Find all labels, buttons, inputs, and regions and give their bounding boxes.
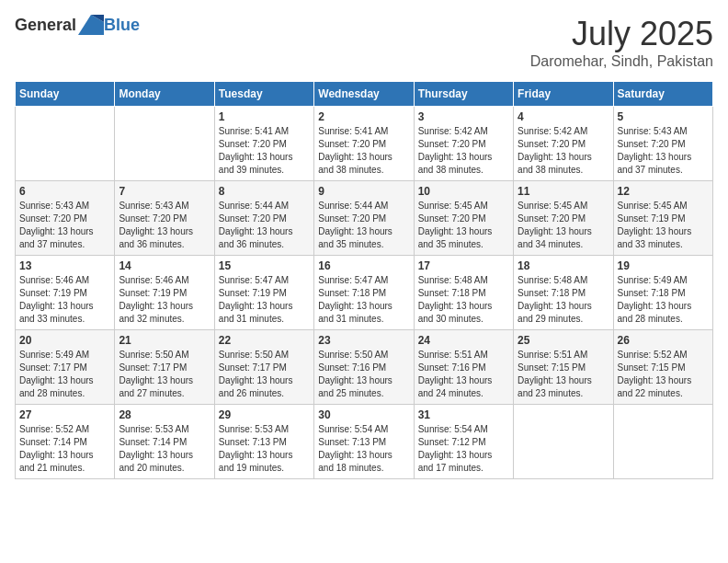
day-number: 7: [119, 185, 210, 198]
day-number: 14: [119, 259, 210, 272]
day-info: Sunrise: 5:45 AM Sunset: 7:20 PM Dayligh…: [418, 200, 509, 251]
day-number: 25: [518, 334, 609, 347]
calendar-week-row: 20Sunrise: 5:49 AM Sunset: 7:17 PM Dayli…: [16, 330, 713, 405]
header-friday: Friday: [514, 82, 613, 107]
calendar-week-row: 13Sunrise: 5:46 AM Sunset: 7:19 PM Dayli…: [16, 256, 713, 330]
header-tuesday: Tuesday: [214, 82, 313, 107]
calendar-cell: 5Sunrise: 5:43 AM Sunset: 7:20 PM Daylig…: [613, 107, 712, 181]
calendar-cell: 22Sunrise: 5:50 AM Sunset: 7:17 PM Dayli…: [214, 330, 313, 405]
day-number: 18: [518, 259, 609, 272]
day-info: Sunrise: 5:52 AM Sunset: 7:15 PM Dayligh…: [618, 349, 709, 400]
day-number: 19: [618, 259, 709, 272]
day-info: Sunrise: 5:49 AM Sunset: 7:18 PM Dayligh…: [618, 274, 709, 326]
calendar-cell: 19Sunrise: 5:49 AM Sunset: 7:18 PM Dayli…: [613, 256, 712, 330]
logo: General Blue: [15, 15, 140, 35]
header-saturday: Saturday: [613, 82, 712, 107]
day-number: 20: [19, 334, 110, 347]
day-info: Sunrise: 5:50 AM Sunset: 7:17 PM Dayligh…: [219, 349, 310, 400]
calendar-cell: 15Sunrise: 5:47 AM Sunset: 7:19 PM Dayli…: [214, 256, 313, 330]
day-info: Sunrise: 5:47 AM Sunset: 7:18 PM Dayligh…: [318, 274, 409, 326]
day-number: 5: [618, 110, 709, 123]
day-info: Sunrise: 5:54 AM Sunset: 7:13 PM Dayligh…: [318, 423, 409, 475]
day-number: 23: [318, 334, 409, 347]
day-number: 31: [418, 408, 509, 421]
location-title: Daromehar, Sindh, Pakistan: [530, 53, 713, 70]
day-number: 11: [518, 185, 609, 198]
header-sunday: Sunday: [16, 82, 115, 107]
calendar-cell: [115, 107, 214, 181]
calendar-cell: 23Sunrise: 5:50 AM Sunset: 7:16 PM Dayli…: [314, 330, 414, 405]
calendar-cell: 1Sunrise: 5:41 AM Sunset: 7:20 PM Daylig…: [214, 107, 313, 181]
header-monday: Monday: [115, 82, 214, 107]
calendar-cell: 7Sunrise: 5:43 AM Sunset: 7:20 PM Daylig…: [115, 181, 214, 256]
calendar-cell: 14Sunrise: 5:46 AM Sunset: 7:19 PM Dayli…: [115, 256, 214, 330]
day-number: 9: [318, 185, 409, 198]
calendar-cell: 9Sunrise: 5:44 AM Sunset: 7:20 PM Daylig…: [314, 181, 414, 256]
day-number: 26: [618, 334, 709, 347]
day-number: 16: [318, 259, 409, 272]
day-info: Sunrise: 5:42 AM Sunset: 7:20 PM Dayligh…: [518, 125, 609, 177]
day-info: Sunrise: 5:43 AM Sunset: 7:20 PM Dayligh…: [19, 200, 110, 251]
day-number: 30: [318, 408, 409, 421]
calendar-cell: [16, 107, 115, 181]
day-number: 1: [219, 110, 310, 123]
day-number: 10: [418, 185, 509, 198]
day-number: 4: [518, 110, 609, 123]
calendar-cell: 11Sunrise: 5:45 AM Sunset: 7:20 PM Dayli…: [514, 181, 613, 256]
day-info: Sunrise: 5:48 AM Sunset: 7:18 PM Dayligh…: [418, 274, 509, 326]
logo-text-general: General: [15, 16, 76, 35]
day-info: Sunrise: 5:45 AM Sunset: 7:20 PM Dayligh…: [518, 200, 609, 251]
calendar-cell: 2Sunrise: 5:41 AM Sunset: 7:20 PM Daylig…: [314, 107, 414, 181]
calendar-week-row: 27Sunrise: 5:52 AM Sunset: 7:14 PM Dayli…: [16, 405, 713, 479]
calendar-cell: 26Sunrise: 5:52 AM Sunset: 7:15 PM Dayli…: [613, 330, 712, 405]
calendar-cell: 28Sunrise: 5:53 AM Sunset: 7:14 PM Dayli…: [115, 405, 214, 479]
day-number: 27: [19, 408, 110, 421]
calendar-cell: 20Sunrise: 5:49 AM Sunset: 7:17 PM Dayli…: [16, 330, 115, 405]
day-info: Sunrise: 5:46 AM Sunset: 7:19 PM Dayligh…: [19, 274, 110, 326]
day-info: Sunrise: 5:51 AM Sunset: 7:15 PM Dayligh…: [518, 349, 609, 400]
calendar-cell: 31Sunrise: 5:54 AM Sunset: 7:12 PM Dayli…: [414, 405, 513, 479]
day-info: Sunrise: 5:42 AM Sunset: 7:20 PM Dayligh…: [418, 125, 509, 177]
day-info: Sunrise: 5:45 AM Sunset: 7:19 PM Dayligh…: [618, 200, 709, 251]
month-title: July 2025: [530, 15, 713, 53]
page-header: General Blue July 2025 Daromehar, Sindh,…: [15, 15, 713, 70]
calendar-cell: 16Sunrise: 5:47 AM Sunset: 7:18 PM Dayli…: [314, 256, 414, 330]
calendar-cell: [613, 405, 712, 479]
day-number: 17: [418, 259, 509, 272]
day-number: 28: [119, 408, 210, 421]
calendar-cell: 3Sunrise: 5:42 AM Sunset: 7:20 PM Daylig…: [414, 107, 513, 181]
day-number: 29: [219, 408, 310, 421]
day-info: Sunrise: 5:46 AM Sunset: 7:19 PM Dayligh…: [119, 274, 210, 326]
day-number: 24: [418, 334, 509, 347]
day-number: 6: [19, 185, 110, 198]
day-info: Sunrise: 5:48 AM Sunset: 7:18 PM Dayligh…: [518, 274, 609, 326]
day-info: Sunrise: 5:43 AM Sunset: 7:20 PM Dayligh…: [618, 125, 709, 177]
calendar-week-row: 6Sunrise: 5:43 AM Sunset: 7:20 PM Daylig…: [16, 181, 713, 256]
day-number: 2: [318, 110, 409, 123]
day-info: Sunrise: 5:50 AM Sunset: 7:16 PM Dayligh…: [318, 349, 409, 400]
header-thursday: Thursday: [414, 82, 513, 107]
day-info: Sunrise: 5:47 AM Sunset: 7:19 PM Dayligh…: [219, 274, 310, 326]
day-number: 22: [219, 334, 310, 347]
calendar-cell: 12Sunrise: 5:45 AM Sunset: 7:19 PM Dayli…: [613, 181, 712, 256]
day-info: Sunrise: 5:51 AM Sunset: 7:16 PM Dayligh…: [418, 349, 509, 400]
day-info: Sunrise: 5:53 AM Sunset: 7:13 PM Dayligh…: [219, 423, 310, 475]
calendar-cell: 29Sunrise: 5:53 AM Sunset: 7:13 PM Dayli…: [214, 405, 313, 479]
day-info: Sunrise: 5:41 AM Sunset: 7:20 PM Dayligh…: [318, 125, 409, 177]
day-number: 21: [119, 334, 210, 347]
calendar-cell: 17Sunrise: 5:48 AM Sunset: 7:18 PM Dayli…: [414, 256, 513, 330]
calendar-cell: 13Sunrise: 5:46 AM Sunset: 7:19 PM Dayli…: [16, 256, 115, 330]
calendar-cell: 8Sunrise: 5:44 AM Sunset: 7:20 PM Daylig…: [214, 181, 313, 256]
logo-icon: [78, 15, 104, 35]
calendar-cell: [514, 405, 613, 479]
calendar-header-row: SundayMondayTuesdayWednesdayThursdayFrid…: [16, 82, 713, 107]
calendar-table: SundayMondayTuesdayWednesdayThursdayFrid…: [15, 81, 713, 479]
logo-text-blue: Blue: [104, 17, 140, 33]
day-info: Sunrise: 5:41 AM Sunset: 7:20 PM Dayligh…: [219, 125, 310, 177]
day-info: Sunrise: 5:50 AM Sunset: 7:17 PM Dayligh…: [119, 349, 210, 400]
calendar-cell: 24Sunrise: 5:51 AM Sunset: 7:16 PM Dayli…: [414, 330, 513, 405]
calendar-cell: 4Sunrise: 5:42 AM Sunset: 7:20 PM Daylig…: [514, 107, 613, 181]
day-info: Sunrise: 5:43 AM Sunset: 7:20 PM Dayligh…: [119, 200, 210, 251]
calendar-cell: 21Sunrise: 5:50 AM Sunset: 7:17 PM Dayli…: [115, 330, 214, 405]
day-number: 8: [219, 185, 310, 198]
